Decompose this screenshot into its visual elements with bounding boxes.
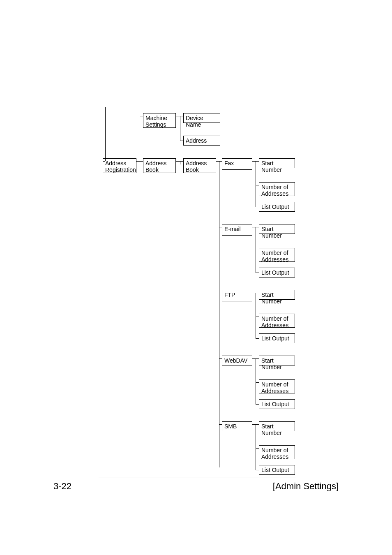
label-address-book-1: AddressBook xyxy=(145,160,166,173)
label-ftp: FTP xyxy=(224,291,235,298)
node-email: E-mail xyxy=(222,224,252,236)
connector xyxy=(140,107,140,164)
node-smb: SMB xyxy=(222,421,252,431)
connector xyxy=(256,358,256,405)
connector xyxy=(180,116,180,141)
connector xyxy=(140,161,143,162)
connector xyxy=(256,273,259,273)
connector xyxy=(256,161,256,207)
label-ftp-list-output: List Output xyxy=(261,335,289,342)
node-machine-settings: MachineSettings xyxy=(143,113,176,128)
node-smb-num-addr: Number ofAddresses xyxy=(259,445,295,459)
connector xyxy=(180,161,183,162)
label-email-list-output: List Output xyxy=(261,269,289,276)
connector xyxy=(256,448,259,449)
connector xyxy=(252,358,256,359)
node-webdav: WebDAV xyxy=(222,356,252,365)
label-email: E-mail xyxy=(224,226,241,232)
connector xyxy=(256,424,256,470)
connector xyxy=(256,317,259,317)
label-device-name: Device Name xyxy=(186,115,218,128)
node-email-num-addr: Number ofAddresses xyxy=(259,248,295,262)
node-webdav-list-output: List Output xyxy=(259,399,295,409)
connector xyxy=(219,358,222,359)
connector xyxy=(256,404,259,405)
node-webdav-num-addr: Number ofAddresses xyxy=(259,379,295,393)
connector xyxy=(103,161,105,162)
connector xyxy=(256,338,259,339)
connector xyxy=(256,227,256,273)
label-fax-list-output: List Output xyxy=(261,204,289,210)
connector xyxy=(256,185,259,185)
connector xyxy=(256,251,259,251)
connector xyxy=(180,116,183,116)
label-fax-num-addr: Number ofAddresses xyxy=(261,184,288,197)
node-fax-list-output: List Output xyxy=(259,202,295,212)
section-title: [Admin Settings] xyxy=(273,481,339,492)
connector xyxy=(256,293,259,293)
connector xyxy=(256,424,259,425)
label-machine-settings: MachineSettings xyxy=(145,115,167,128)
connector xyxy=(219,161,219,467)
node-ftp-start-number: Start Number xyxy=(259,290,295,300)
label-ftp-start-number: Start Number xyxy=(261,291,293,305)
label-smb: SMB xyxy=(224,423,237,430)
label-webdav-start-number: Start Number xyxy=(261,357,293,370)
node-address-registration: AddressRegistration xyxy=(103,158,136,173)
page-number: 3-22 xyxy=(53,481,71,492)
connector xyxy=(252,227,256,227)
label-smb-num-addr: Number ofAddresses xyxy=(261,447,288,460)
label-address-book-2: AddressBook xyxy=(186,160,207,173)
connector xyxy=(180,141,183,141)
node-device-name: Device Name xyxy=(183,113,220,123)
connector xyxy=(256,382,259,383)
connector xyxy=(256,358,259,359)
node-address-top: Address xyxy=(183,136,220,146)
node-ftp-num-addr: Number ofAddresses xyxy=(259,314,295,328)
connector xyxy=(176,116,180,116)
node-email-list-output: List Output xyxy=(259,268,295,278)
node-address-book-1: AddressBook xyxy=(143,158,176,173)
label-address-registration: AddressRegistration xyxy=(105,160,136,173)
node-email-start-number: Start Number xyxy=(259,224,295,234)
label-webdav-list-output: List Output xyxy=(261,401,289,407)
connector xyxy=(256,227,259,227)
label-address-top: Address xyxy=(186,137,207,144)
connector xyxy=(105,107,106,161)
label-webdav-num-addr: Number ofAddresses xyxy=(261,381,288,394)
connector xyxy=(219,227,222,227)
connector xyxy=(252,161,256,162)
label-fax: Fax xyxy=(224,160,234,166)
node-ftp: FTP xyxy=(222,290,252,301)
connector xyxy=(256,161,259,162)
connector xyxy=(219,161,222,162)
label-smb-start-number: Start Number xyxy=(261,423,293,436)
label-email-num-addr: Number ofAddresses xyxy=(261,250,288,263)
node-smb-start-number: Start Number xyxy=(259,421,295,431)
label-ftp-num-addr: Number ofAddresses xyxy=(261,315,288,328)
connector xyxy=(219,293,222,293)
connector xyxy=(180,161,180,164)
node-fax-start-number: Start Number xyxy=(259,158,295,168)
label-webdav: WebDAV xyxy=(224,357,247,364)
section-title-text: [Admin Settings] xyxy=(273,481,339,491)
connector xyxy=(256,207,259,207)
node-fax: Fax xyxy=(222,158,252,170)
connector xyxy=(256,293,256,339)
page-number-text: 3-22 xyxy=(53,481,71,491)
label-fax-start-number: Start Number xyxy=(261,160,293,173)
node-ftp-list-output: List Output xyxy=(259,333,295,343)
connector xyxy=(219,424,222,425)
label-email-start-number: Start Number xyxy=(261,226,293,239)
connector xyxy=(176,161,180,162)
connector xyxy=(256,470,259,470)
node-smb-list-output: List Output xyxy=(259,465,295,475)
node-address-book-2: AddressBook xyxy=(183,158,216,173)
connector xyxy=(252,293,256,293)
connector xyxy=(252,424,256,425)
footer-rule xyxy=(99,477,296,477)
connector xyxy=(140,116,143,116)
node-fax-num-addr: Number ofAddresses xyxy=(259,182,295,196)
node-webdav-start-number: Start Number xyxy=(259,356,295,365)
label-smb-list-output: List Output xyxy=(261,467,289,473)
